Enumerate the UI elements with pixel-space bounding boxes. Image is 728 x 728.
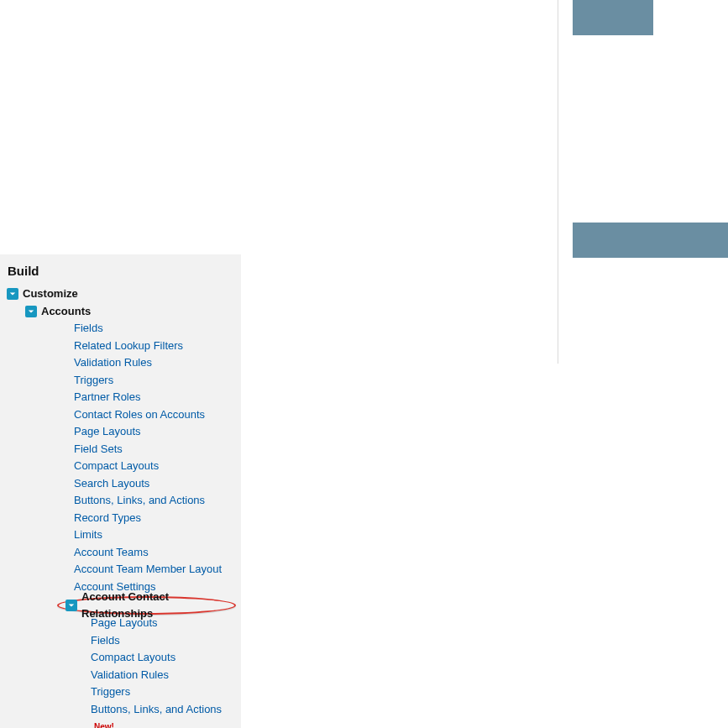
- nav-link-acr-compact-layouts[interactable]: Compact Layouts: [91, 651, 175, 663]
- nav-link-page-layouts[interactable]: Page Layouts: [74, 425, 141, 437]
- chevron-down-icon: [7, 288, 18, 300]
- nav-link-fields[interactable]: Fields: [74, 322, 103, 334]
- nav-link-account-team-member-layout[interactable]: Account Team Member Layout: [74, 563, 222, 575]
- nav-link-compact-layouts[interactable]: Compact Layouts: [74, 459, 159, 472]
- nav-link-contact-roles-on-accounts[interactable]: Contact Roles on Accounts: [74, 408, 205, 421]
- nav-link-field-sets[interactable]: Field Sets: [74, 443, 123, 455]
- tree-label: Accounts: [41, 303, 91, 321]
- new-badge: New!: [94, 722, 114, 728]
- tree-label: Account Contact Relationships: [81, 589, 228, 623]
- nav-link-partner-roles[interactable]: Partner Roles: [74, 390, 140, 403]
- right-panel-section-block: [573, 223, 728, 258]
- nav-link-triggers[interactable]: Triggers: [74, 374, 113, 386]
- nav-link-record-types[interactable]: Record Types: [74, 511, 141, 524]
- right-content-column: [558, 0, 728, 364]
- tree-node-customize[interactable]: Customize: [7, 285, 236, 303]
- nav-link-account-teams[interactable]: Account Teams: [74, 546, 149, 558]
- nav-link-validation-rules[interactable]: Validation Rules: [74, 356, 152, 369]
- nav-link-search-layouts[interactable]: Search Layouts: [74, 477, 149, 490]
- nav-link-acr-fields[interactable]: Fields: [91, 634, 120, 647]
- nav-link-acr-validation-rules[interactable]: Validation Rules: [91, 668, 169, 681]
- tree-node-account-contact-relationships[interactable]: Account Contact Relationships: [65, 589, 228, 623]
- tree-label: Customize: [23, 285, 78, 303]
- section-title-build: Build: [8, 264, 236, 278]
- nav-link-limits[interactable]: Limits: [74, 528, 102, 541]
- nav-link-acr-buttons-links-actions[interactable]: Buttons, Links, and Actions: [91, 703, 222, 715]
- chevron-down-icon: [65, 600, 77, 611]
- tree-node-accounts[interactable]: Accounts: [25, 303, 236, 321]
- right-panel-header-block: [573, 0, 653, 35]
- nav-link-buttons-links-actions[interactable]: Buttons, Links, and Actions: [74, 494, 205, 506]
- nav-link-related-lookup-filters[interactable]: Related Lookup Filters: [74, 339, 183, 352]
- setup-sidebar: Build Customize Accounts: [0, 254, 241, 728]
- nav-link-acr-triggers[interactable]: Triggers: [91, 685, 130, 698]
- highlight-oval: Account Contact Relationships: [57, 596, 236, 615]
- chevron-down-icon: [25, 306, 37, 317]
